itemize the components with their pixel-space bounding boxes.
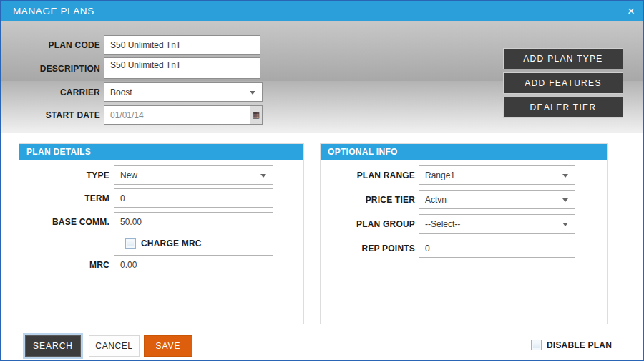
dialog-titlebar: MANAGE PLANS × [1,1,643,21]
rep-points-input[interactable] [419,239,575,258]
disable-plan-label: DISABLE PLAN [547,340,612,350]
plan-group-label: PLAN GROUP [321,214,415,234]
type-label: TYPE [19,165,109,185]
optional-info-panel: OPTIONAL INFO PLAN RANGE Range1 PRICE TI… [320,143,608,324]
term-label: TERM [19,188,109,208]
base-comm-label: BASE COMM. [19,212,109,231]
chevron-down-icon [562,223,568,226]
plan-code-input[interactable] [104,35,260,55]
disable-plan-checkbox[interactable] [531,340,542,350]
price-tier-selected-value: Actvn [425,195,447,205]
plan-code-label: PLAN CODE [16,35,100,55]
close-icon[interactable]: × [628,1,635,21]
type-selected-value: New [120,170,137,180]
search-button[interactable]: SEARCH [25,335,81,357]
cancel-button[interactable]: CANCEL [89,335,140,357]
dealer-tier-button[interactable]: DEALER TIER [503,97,623,118]
price-tier-label: PRICE TIER [321,190,415,209]
carrier-dropdown[interactable]: Boost [104,82,263,102]
chevron-down-icon [562,198,568,202]
calendar-icon[interactable]: ▦ [250,106,262,124]
start-date-field: ▦ [104,105,263,125]
plan-group-dropdown[interactable]: --Select-- [419,214,575,234]
price-tier-dropdown[interactable]: Actvn [419,190,575,209]
type-dropdown[interactable]: New [114,165,273,185]
mrc-label: MRC [19,255,109,274]
dialog-title: MANAGE PLANS [13,1,94,21]
start-date-label: START DATE [16,105,100,125]
carrier-selected-value: Boost [110,87,132,97]
plan-range-selected-value: Range1 [425,170,455,180]
rep-points-label: REP POINTS [321,239,415,258]
description-label: DESCRIPTION [16,58,100,79]
plan-range-dropdown[interactable]: Range1 [419,165,575,185]
start-date-input[interactable] [104,106,250,124]
save-button[interactable]: SAVE [144,335,192,357]
plan-group-selected-value: --Select-- [425,219,460,229]
description-input[interactable] [104,57,260,79]
charge-mrc-checkbox[interactable] [125,238,136,249]
manage-plans-dialog: MANAGE PLANS × PLAN CODE DESCRIPTION CAR… [0,0,644,361]
add-features-button[interactable]: ADD FEATURES [503,72,623,94]
term-input[interactable] [114,188,273,208]
plan-details-header: PLAN DETAILS [19,144,303,160]
add-plan-type-button[interactable]: ADD PLAN TYPE [503,48,623,69]
optional-info-header: OPTIONAL INFO [321,144,607,160]
chevron-down-icon [250,91,255,95]
chevron-down-icon [260,174,266,178]
base-comm-input[interactable] [114,212,273,231]
carrier-label: CARRIER [16,82,100,102]
plan-details-panel: PLAN DETAILS TYPE New TERM BASE COMM. CH… [19,143,304,324]
mrc-input[interactable] [114,255,273,274]
chevron-down-icon [562,174,568,178]
plan-range-label: PLAN RANGE [321,165,415,185]
charge-mrc-label: CHARGE MRC [141,239,202,249]
